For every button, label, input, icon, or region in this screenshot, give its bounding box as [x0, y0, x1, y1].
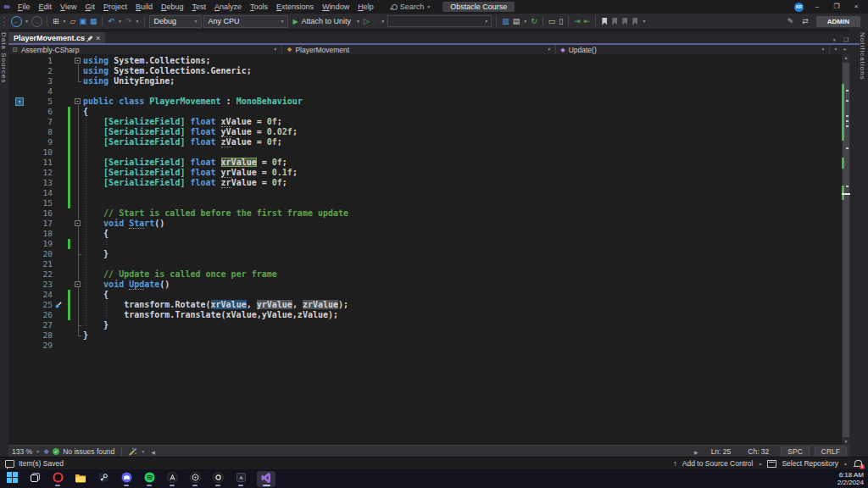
chevron-down-icon[interactable]: ▼	[63, 19, 67, 24]
code-line[interactable]: 19	[8, 239, 842, 249]
fold-collapse-button[interactable]: -	[75, 281, 81, 287]
unity-reload-icon[interactable]: ↻	[530, 16, 538, 27]
pin-icon[interactable]	[87, 35, 92, 40]
code-line[interactable]: 15	[8, 198, 842, 208]
code-editor[interactable]: 1-using System.Collections;2using System…	[8, 54, 850, 446]
split-window-icon[interactable]: +	[843, 46, 847, 53]
breadcrumb-project[interactable]: ⊡Assembly-CSharp▼	[8, 45, 282, 54]
menu-debug[interactable]: Debug	[157, 0, 188, 14]
terminal-window-icon[interactable]: ▭	[548, 16, 557, 27]
feedback-icon[interactable]: ✎	[787, 16, 795, 27]
next-bookmark-icon[interactable]	[622, 18, 627, 25]
repository-chevron-icon[interactable]: ▲	[843, 462, 848, 466]
menu-edit[interactable]: Edit	[35, 0, 57, 14]
cleanup-chevron-icon[interactable]: ▼	[141, 450, 145, 454]
chevron-down-icon[interactable]: ▼	[25, 19, 29, 24]
code-line[interactable]: 7 [SerializeField] float xValue = 0f;	[8, 117, 842, 127]
maximize-button[interactable]: ❐	[831, 0, 843, 14]
quick-actions-icon[interactable]	[54, 301, 63, 309]
source-control-chevron-icon[interactable]: ▲	[758, 462, 762, 466]
attach-to-unity-button[interactable]: ▶Attach to Unity	[290, 16, 353, 27]
fold-collapse-button[interactable]: -	[75, 220, 81, 226]
code-line[interactable]: ↑5-public class PlayerMovement : MonoBeh…	[8, 97, 842, 107]
zoom-chevron-icon[interactable]: ▼	[36, 450, 40, 454]
save-icon[interactable]: ▣	[78, 16, 87, 27]
code-line[interactable]: 1-using System.Collections;	[8, 56, 842, 66]
chevron-down-icon[interactable]: ▼	[356, 19, 360, 24]
user-avatar[interactable]: KR	[794, 3, 804, 12]
code-line[interactable]: 25 transform.Rotate(xrValue, yrValue, zr…	[8, 300, 842, 310]
tab-playermovement[interactable]: PlayerMovement.cs ×	[8, 32, 105, 43]
find-in-files-icon[interactable]: ▥	[501, 16, 510, 27]
code-line[interactable]: 8 [SerializeField] float yValue = 0.02f;	[8, 127, 842, 137]
data-sources-tab[interactable]: Data Sources	[0, 32, 8, 83]
breadcrumb-class[interactable]: ❖PlayerMovement▼	[282, 45, 556, 54]
menu-help[interactable]: Help	[353, 0, 378, 14]
menu-tools[interactable]: Tools	[246, 0, 272, 14]
opera-gx-icon[interactable]	[51, 472, 64, 486]
code-line[interactable]: 27 }	[8, 320, 842, 330]
chevron-down-icon[interactable]: ▼	[118, 19, 122, 24]
app-a-icon[interactable]	[165, 472, 179, 486]
chevron-down-icon[interactable]: ▼	[381, 19, 385, 24]
chevron-down-icon[interactable]: ▼	[273, 47, 277, 52]
search-box[interactable]: Search ▼	[392, 3, 431, 11]
code-line[interactable]: 28}	[8, 330, 842, 341]
new-project-icon[interactable]: ⊞	[52, 16, 60, 27]
code-line[interactable]: 21	[8, 259, 842, 269]
code-line[interactable]: 20 }	[8, 249, 842, 259]
column-indicator[interactable]: Ch: 32	[741, 447, 776, 456]
live-share-icon[interactable]: ⇄	[801, 16, 810, 27]
code-line[interactable]: 29	[8, 341, 842, 351]
chevron-down-icon[interactable]: ▼	[523, 19, 527, 24]
code-line[interactable]: 22 // Update is called once per frame	[8, 269, 842, 280]
code-line[interactable]: 18 {	[8, 229, 842, 239]
code-line[interactable]: 14	[8, 188, 842, 198]
code-cleanup-icon[interactable]	[129, 447, 137, 456]
fold-collapse-button[interactable]: -	[75, 58, 81, 64]
save-file-as-icon[interactable]: ▤	[512, 16, 521, 27]
code-line[interactable]: 9 [SerializeField] float zValue = 0f;	[8, 137, 842, 147]
spotify-icon[interactable]	[142, 472, 156, 486]
breadcrumb-method[interactable]: ◆Update()▼	[556, 45, 830, 54]
chevron-down-icon[interactable]: ▼	[547, 47, 551, 52]
code-line[interactable]: 17- void Start()	[8, 219, 842, 229]
hscroll-right-icon[interactable]: ▶	[692, 449, 701, 455]
code-line[interactable]: 6{	[8, 107, 842, 117]
line-indicator[interactable]: Ln: 25	[704, 447, 738, 456]
immediate-window-icon[interactable]: ▯	[558, 16, 564, 27]
menu-analyze[interactable]: Analyze	[210, 0, 246, 14]
notifications-tab[interactable]: Notifications	[859, 32, 866, 80]
code-line[interactable]: 26 transform.Translate(xValue,yValue,zVa…	[8, 310, 842, 320]
code-line[interactable]: 11 [SerializeField] float xrValue = 0f;	[8, 158, 842, 168]
code-line[interactable]: 24 {	[8, 290, 842, 300]
code-line[interactable]: 13 [SerializeField] float zrValue = 0f;	[8, 178, 842, 188]
chevron-down-icon[interactable]: ▼	[821, 47, 825, 52]
menu-view[interactable]: View	[56, 0, 81, 14]
solution-configurations-select[interactable]: Debug▼	[149, 15, 202, 28]
start-without-debugging-icon[interactable]: ▷	[363, 16, 370, 27]
tab-list-chevron-icon[interactable]: ▼	[832, 38, 837, 42]
code-line[interactable]: 2using System.Collections.Generic;	[8, 66, 842, 76]
menu-project[interactable]: Project	[99, 0, 131, 14]
steelseries-gg-icon[interactable]	[188, 472, 202, 486]
navigate-forward-icon[interactable]: →	[31, 16, 42, 27]
scroll-up-icon[interactable]: ▲	[842, 54, 850, 62]
menu-build[interactable]: Build	[131, 0, 157, 14]
undo-icon[interactable]: ↶	[107, 16, 115, 27]
line-ending-indicator[interactable]: CRLF	[815, 446, 847, 458]
toolbar-grip[interactable]	[3, 17, 7, 26]
code-line[interactable]: 12 [SerializeField] float yrValue = 0.1f…	[8, 168, 842, 178]
chevron-down-icon[interactable]: ▼	[135, 19, 139, 24]
health-status[interactable]: No issues found	[63, 447, 114, 456]
code-line[interactable]: 23- void Update()	[8, 280, 842, 290]
menu-test[interactable]: Test	[188, 0, 211, 14]
app-misc-icon[interactable]	[234, 472, 248, 486]
task-view-button-icon[interactable]	[28, 472, 42, 486]
notifications-bell-icon[interactable]: 1	[853, 459, 863, 468]
visual-studio-icon[interactable]	[257, 471, 275, 487]
solution-name[interactable]: Obstacle Course	[442, 2, 515, 12]
code-line[interactable]: 4	[8, 86, 842, 97]
admin-button[interactable]: ADMIN	[816, 16, 860, 27]
code-area[interactable]: 1-using System.Collections;2using System…	[8, 54, 842, 446]
